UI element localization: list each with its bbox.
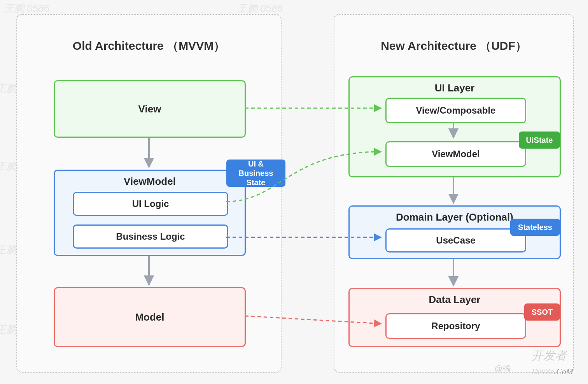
box-view-composable: View/Composable (385, 98, 526, 123)
box-ui-logic: UI Logic (73, 192, 228, 216)
box-business-logic: Business Logic (73, 224, 228, 249)
box-model: Model (54, 287, 246, 347)
label-viewmodel: ViewModel (55, 175, 245, 188)
label-ui-layer: UI Layer (350, 82, 560, 94)
box-ui-layer: UI Layer View/Composable ViewModel (348, 76, 561, 177)
new-architecture-title: New Architecture （UDF） (334, 38, 573, 54)
label-view-composable: View/Composable (416, 105, 496, 116)
label-new-viewmodel: ViewModel (432, 149, 480, 160)
box-repository: Repository (385, 313, 526, 339)
panel-old-architecture: Old Architecture （MVVM） View ViewModel U… (16, 14, 282, 373)
badge-stateless: Stateless (510, 219, 560, 236)
label-usecase: UseCase (436, 235, 475, 246)
footer-watermark: 开发者 DevZe.CoM (532, 348, 573, 377)
label-repository: Repository (431, 321, 480, 331)
label-ui-logic: UI Logic (132, 198, 169, 209)
watermark-text: 王鹏 0586 (237, 2, 283, 15)
watermark-text: 王鹏 0586 (4, 2, 49, 15)
panel-new-architecture: New Architecture （UDF） UI Layer View/Com… (334, 14, 574, 373)
attribution-text: @橘 (495, 363, 510, 374)
badge-ssot: SSOT (524, 303, 560, 321)
label-view: View (138, 103, 161, 115)
box-new-viewmodel: ViewModel (385, 141, 526, 167)
label-business-logic: Business Logic (116, 231, 185, 242)
old-architecture-title: Old Architecture （MVVM） (17, 38, 281, 54)
box-viewmodel: ViewModel UI Logic Business Logic (54, 170, 246, 256)
box-view: View (54, 80, 246, 138)
label-model: Model (135, 311, 164, 323)
badge-ui-state: UiState (519, 132, 560, 149)
box-usecase: UseCase (385, 228, 526, 252)
badge-ui-business-state: UI & Business State (226, 160, 285, 187)
